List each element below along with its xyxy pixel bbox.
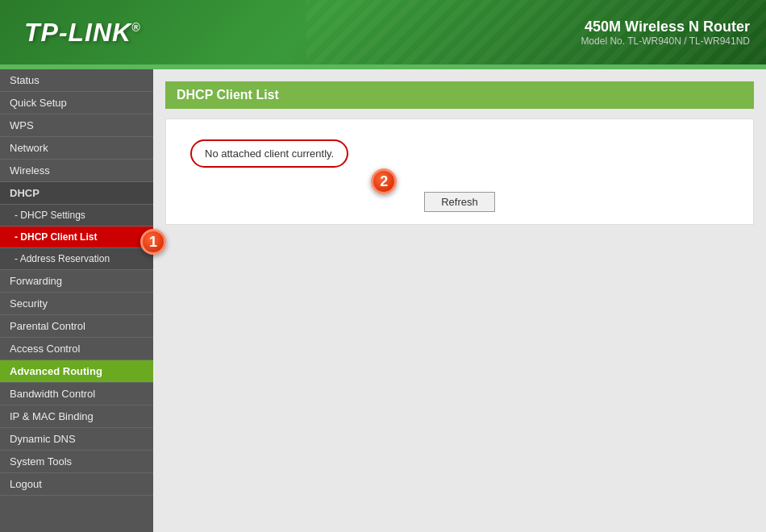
logo: TP-LINK® — [24, 18, 141, 48]
sidebar-item-logout[interactable]: Logout — [0, 473, 153, 496]
refresh-row: Refresh — [166, 180, 753, 224]
sidebar-item-dhcp[interactable]: DHCP — [0, 182, 153, 205]
sidebar-item-dhcp-client-list[interactable]: - DHCP Client List — [0, 227, 153, 248]
sidebar: Status Quick Setup WPS Network Wireless … — [0, 69, 153, 532]
sidebar-item-wireless[interactable]: Wireless — [0, 160, 153, 182]
content-inner: No attached client currently. 2 Refresh — [165, 118, 754, 225]
sidebar-item-ip-mac-binding[interactable]: IP & MAC Binding — [0, 405, 153, 428]
header: TP-LINK® 450M Wireless N Router Model No… — [0, 0, 766, 64]
annotation-circle-2: 2 — [371, 168, 397, 194]
sidebar-item-system-tools[interactable]: System Tools — [0, 451, 153, 473]
no-client-wrapper: No attached client currently. 2 — [174, 127, 364, 180]
router-title: 450M Wireless N Router — [581, 19, 750, 35]
refresh-button[interactable]: Refresh — [424, 192, 495, 212]
annotation-circle-1: 1 — [140, 229, 166, 255]
sidebar-item-dhcp-settings[interactable]: - DHCP Settings — [0, 205, 153, 227]
sidebar-item-network[interactable]: Network — [0, 137, 153, 160]
sidebar-item-security[interactable]: Security — [0, 293, 153, 315]
sidebar-item-status[interactable]: Status — [0, 69, 153, 92]
logo-text: TP-LINK — [24, 18, 131, 47]
sidebar-item-wps[interactable]: WPS — [0, 114, 153, 137]
no-client-message: No attached client currently. — [190, 139, 348, 168]
sidebar-item-advanced-routing[interactable]: Advanced Routing — [0, 360, 153, 383]
page-title: DHCP Client List — [165, 81, 754, 109]
sidebar-item-address-reservation[interactable]: - Address Reservation — [0, 248, 153, 270]
sidebar-item-forwarding[interactable]: Forwarding — [0, 270, 153, 293]
sidebar-active-wrapper: - DHCP Client List 1 — [0, 227, 153, 248]
sidebar-item-bandwidth-control[interactable]: Bandwidth Control — [0, 383, 153, 405]
sidebar-item-dynamic-dns[interactable]: Dynamic DNS — [0, 428, 153, 451]
content-area: DHCP Client List No attached client curr… — [153, 69, 766, 532]
logo-reg: ® — [131, 21, 140, 34]
sidebar-item-access-control[interactable]: Access Control — [0, 338, 153, 360]
sidebar-item-quick-setup[interactable]: Quick Setup — [0, 92, 153, 114]
main-layout: Status Quick Setup WPS Network Wireless … — [0, 69, 766, 532]
router-model: Model No. TL-WR940N / TL-WR941ND — [581, 35, 750, 47]
sidebar-item-parental-control[interactable]: Parental Control — [0, 315, 153, 338]
router-info: 450M Wireless N Router Model No. TL-WR94… — [581, 19, 750, 47]
